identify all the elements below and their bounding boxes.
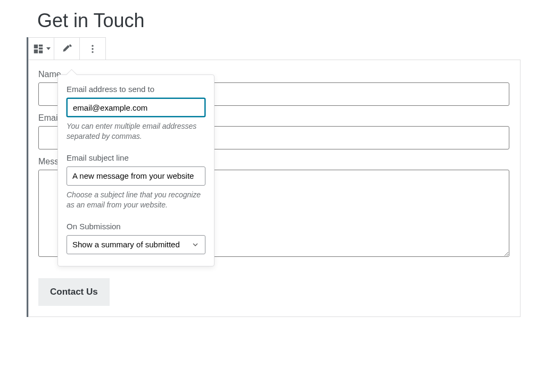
on-submission-label: On Submission [67,222,205,231]
email-to-help: You can enter multiple email addresses s… [67,121,205,141]
block-type-button[interactable] [29,38,54,60]
pencil-icon [62,44,72,54]
svg-point-0 [92,45,93,46]
subject-input[interactable] [67,166,205,186]
on-submission-select[interactable]: Show a summary of submitted [67,235,205,254]
email-to-input[interactable] [67,98,205,117]
edit-button[interactable] [54,38,80,60]
block-toolbar [28,37,106,60]
subject-help: Choose a subject line that you recognize… [67,190,205,210]
form-settings-popover: Email address to send to You can enter m… [57,74,214,266]
dropdown-caret-icon [46,47,51,50]
on-submission-group: On Submission Show a summary of submitte… [67,222,205,254]
svg-point-2 [92,51,93,53]
email-to-label: Email address to send to [67,85,205,94]
more-options-button[interactable] [80,38,105,60]
subject-label: Email subject line [67,153,205,162]
page-title: Get in Touch [0,0,545,37]
form-block-icon [32,43,44,55]
on-submission-selected: Show a summary of submitted [72,240,180,249]
submit-button[interactable]: Contact Us [38,278,110,306]
email-to-group: Email address to send to You can enter m… [67,85,205,141]
chevron-down-icon [191,240,200,249]
subject-group: Email subject line Choose a subject line… [67,153,205,210]
svg-point-1 [92,48,93,49]
more-vertical-icon [87,44,98,54]
